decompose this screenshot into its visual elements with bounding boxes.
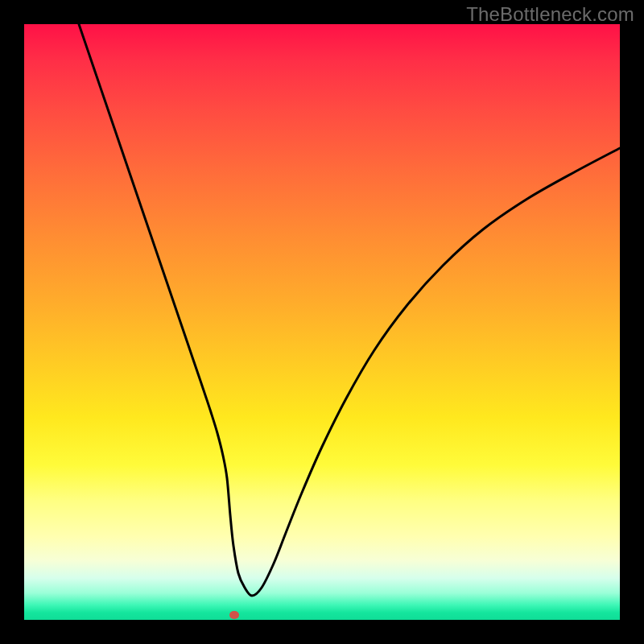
plot-area <box>24 24 620 620</box>
optimal-point-marker <box>229 611 239 619</box>
chart-frame: TheBottleneck.com <box>0 0 644 644</box>
bottleneck-curve <box>24 24 620 620</box>
watermark-text: TheBottleneck.com <box>466 3 634 26</box>
